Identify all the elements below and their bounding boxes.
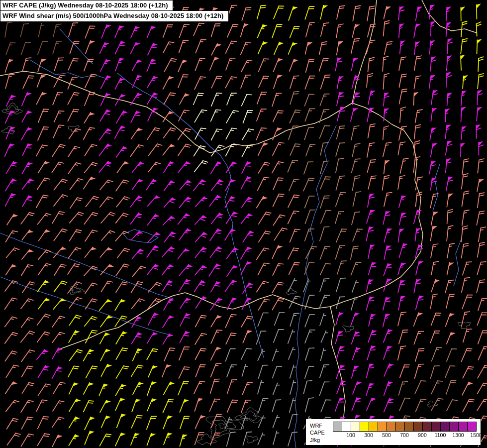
legend-colorbar: 100300500700900110013001500: [333, 422, 477, 444]
legend-swatch: [378, 422, 387, 431]
legend-swatch: [414, 422, 422, 431]
legend-swatch: [351, 422, 360, 431]
legend-tick-label: 900: [415, 432, 429, 438]
legend-swatch: [459, 422, 467, 431]
legend-swatch: [360, 422, 369, 431]
legend-swatch: [432, 422, 440, 431]
legend-swatch: [423, 422, 431, 431]
legend-swatch: [369, 422, 378, 431]
legend-tick-label: 1300: [451, 432, 465, 438]
map-canvas: [0, 0, 487, 448]
legend-swatch: [342, 422, 351, 431]
legend-swatch: [405, 422, 413, 431]
cape-legend: WRF CAPE J/kg 10030050070090011001300150…: [305, 419, 481, 446]
legend-swatch: [387, 422, 395, 431]
legend-field-label: CAPE: [310, 429, 329, 436]
legend-tick-label: 1100: [433, 432, 447, 438]
legend-unit-label: J/kg: [310, 437, 329, 444]
legend-tick-label: 1500: [469, 432, 483, 438]
legend-swatch-row: [333, 422, 477, 432]
legend-tick-label: 300: [362, 432, 376, 438]
cape-title: WRF CAPE (J/kg) Wednesday 08-10-2025 18:…: [0, 0, 173, 11]
legend-title-block: WRF CAPE J/kg: [310, 422, 329, 444]
legend-swatch: [468, 422, 476, 431]
legend-swatch: [441, 422, 449, 431]
legend-tick-row: 100300500700900110013001500: [333, 432, 477, 439]
legend-model-label: WRF: [310, 422, 329, 429]
title-bar: WRF CAPE (J/kg) Wednesday 08-10-2025 18:…: [0, 0, 229, 22]
legend-swatch: [450, 422, 458, 431]
legend-swatch: [396, 422, 404, 431]
shear-title: WRF Wind shear (m/s) 500/1000hPa Wednesd…: [0, 10, 229, 21]
legend-tick-label: 500: [380, 432, 393, 438]
legend-tick-label: 700: [397, 432, 411, 438]
legend-swatch: [333, 422, 342, 431]
weather-map-stage: WRF CAPE (J/kg) Wednesday 08-10-2025 18:…: [0, 0, 487, 448]
legend-tick-label: 100: [344, 432, 358, 438]
